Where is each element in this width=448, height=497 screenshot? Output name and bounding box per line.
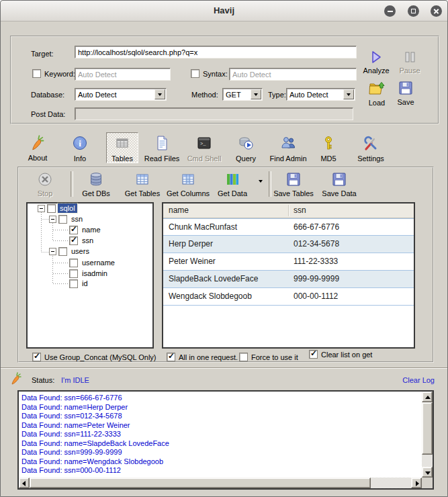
tab-tables[interactable]: Tables — [102, 135, 142, 163]
get-data-dropdown-button[interactable] — [257, 177, 265, 185]
tree-item-ssn[interactable]: ssn — [69, 214, 85, 224]
status-value: I'm IDLE — [61, 376, 89, 384]
horizontal-scroll-thumb[interactable] — [30, 478, 371, 488]
cell-ssn: 111-22-3333 — [294, 257, 338, 266]
data-bars-icon — [225, 172, 240, 187]
get-tables-label: Get Tables — [119, 189, 166, 197]
tab-about[interactable]: About — [17, 135, 58, 162]
vertical-scroll-thumb[interactable] — [422, 402, 433, 455]
get-dbs-button[interactable]: Get DBs — [76, 172, 116, 197]
minimize-button[interactable] — [384, 5, 396, 17]
get-tables-button[interactable]: Get Tables — [119, 172, 166, 197]
group-concat-checkbox[interactable] — [32, 353, 41, 361]
table-icon — [114, 135, 130, 151]
scroll-up-button[interactable] — [422, 392, 433, 402]
table-row[interactable]: Peter Weiner 111-22-3333 — [163, 253, 414, 271]
tab-about-label: About — [17, 154, 58, 162]
cell-ssn: 000-00-1112 — [294, 291, 338, 301]
get-data-button[interactable]: Get Data — [212, 172, 253, 197]
tree-checkbox-name[interactable] — [69, 226, 78, 234]
chevron-down-icon[interactable] — [343, 89, 354, 99]
scroll-down-button[interactable] — [422, 467, 433, 478]
postdata-input[interactable] — [75, 107, 353, 120]
tree-item-ssn-col[interactable]: ssn — [80, 236, 95, 245]
tree-checkbox-id[interactable] — [69, 279, 78, 288]
tree-connector — [42, 252, 48, 253]
vertical-scrollbar[interactable] — [422, 392, 433, 478]
scroll-left-button[interactable] — [19, 478, 30, 488]
tab-read-files[interactable]: Read Files — [140, 135, 184, 163]
table-row[interactable]: Wengdack Slobdegoob 000-00-1112 — [163, 288, 414, 306]
tree-connector — [53, 263, 69, 263]
all-in-one-request-checkbox[interactable] — [167, 353, 175, 361]
arrow-left-icon — [22, 481, 26, 486]
pause-button[interactable]: Pause — [396, 50, 423, 75]
target-input[interactable] — [75, 46, 357, 58]
method-select[interactable]: GET — [222, 88, 263, 101]
tab-settings[interactable]: Settings — [350, 135, 392, 163]
tree-checkbox-users[interactable] — [58, 247, 67, 256]
table-row[interactable]: SlapdeBack LovedeFace 999-99-9999 — [163, 271, 414, 288]
log-box[interactable]: Data Found: ssn=666-67-6776 Data Found: … — [17, 390, 434, 490]
tab-md5[interactable]: MD5 — [308, 135, 349, 163]
title-bar[interactable]: Havij — [1, 1, 447, 21]
get-columns-button[interactable]: Get Columns — [163, 172, 214, 197]
syntax-checkbox[interactable] — [191, 69, 199, 78]
keyword-checkbox[interactable] — [32, 69, 41, 78]
save-data-button[interactable]: Save Data — [318, 172, 361, 197]
folder-open-icon — [369, 81, 385, 96]
table-grid-icon — [135, 172, 150, 187]
maximize-button[interactable] — [408, 5, 419, 17]
database-select[interactable]: Auto Detect — [75, 88, 167, 101]
type-label: Type: — [268, 91, 286, 99]
tree-checkbox-username[interactable] — [69, 259, 78, 267]
chevron-down-icon[interactable] — [251, 89, 261, 99]
arrow-down-icon — [425, 471, 431, 475]
tree-item-username[interactable]: username — [80, 258, 117, 267]
tab-read-files-label: Read Files — [140, 154, 184, 163]
type-select[interactable]: Auto Detect — [286, 88, 355, 101]
tree-item-sqlol[interactable]: sqlol — [58, 204, 77, 213]
horizontal-scrollbar[interactable] — [19, 478, 422, 488]
tab-info[interactable]: i Info — [60, 135, 100, 163]
close-button[interactable] — [431, 5, 442, 17]
clear-list-on-get-checkbox[interactable] — [309, 350, 318, 359]
table-row[interactable]: Chunk MacRunfast 666-67-6776 — [163, 218, 414, 236]
tree-checkbox-ssn[interactable] — [58, 215, 67, 224]
chevron-down-icon[interactable] — [154, 89, 165, 99]
tree-checkbox-sqlol[interactable] — [47, 204, 56, 213]
syntax-input[interactable] — [229, 68, 357, 81]
save-button[interactable]: Save — [392, 81, 419, 106]
column-header-ssn[interactable]: ssn — [294, 206, 306, 215]
pause-icon — [403, 50, 416, 64]
document-icon — [154, 135, 170, 151]
analyze-button[interactable]: Analyze — [361, 50, 391, 75]
tab-cmd-shell[interactable]: >_ Cmd Shell — [182, 135, 226, 163]
tree-item-users[interactable]: users — [69, 246, 91, 256]
carrot-status-icon — [11, 372, 21, 385]
tree-item-isadmin[interactable]: isadmin — [80, 269, 109, 278]
cell-name: Peter Weiner — [169, 257, 216, 266]
table-row[interactable]: Herp Derper 012-34-5678 — [163, 236, 414, 253]
load-button[interactable]: Load — [363, 81, 390, 107]
tree-item-id[interactable]: id — [80, 279, 90, 288]
column-divider[interactable] — [288, 205, 289, 216]
tab-find-admin[interactable]: Find Admin — [265, 135, 312, 163]
target-label: Target: — [31, 50, 54, 58]
column-header-name[interactable]: name — [169, 206, 189, 215]
method-label: Method: — [191, 91, 218, 99]
tree-expander-ssn[interactable] — [49, 216, 56, 223]
cell-ssn: 012-34-5678 — [294, 239, 339, 248]
tree-checkbox-isadmin[interactable] — [69, 269, 78, 278]
keyword-input[interactable] — [75, 68, 171, 81]
scroll-right-button[interactable] — [411, 478, 422, 488]
clear-log-link[interactable]: Clear Log — [402, 376, 435, 384]
tree-expander-users[interactable] — [49, 248, 56, 255]
save-tables-button[interactable]: Save Tables — [270, 172, 317, 197]
tab-query[interactable]: Query — [226, 135, 266, 163]
tree-item-name[interactable]: name — [80, 225, 103, 234]
tree-checkbox-ssn-col[interactable] — [69, 236, 78, 245]
force-to-use-checkbox[interactable] — [239, 353, 248, 361]
stop-button[interactable]: Stop — [28, 172, 62, 197]
tree-expander-sqlol[interactable] — [38, 205, 45, 212]
